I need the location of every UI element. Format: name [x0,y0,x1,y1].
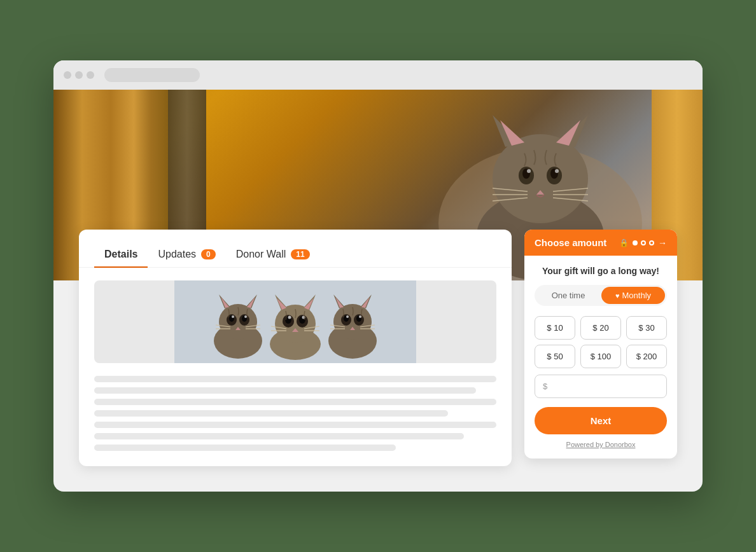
step-dot-2 [641,240,646,245]
monthly-button[interactable]: ♥ Monthly [601,287,665,304]
currency-symbol: $ [543,382,547,391]
browser-window: Details Updates 0 Donor Wall 11 [53,60,703,492]
browser-dot-red [64,71,71,79]
powered-by: Powered by Donorbox [535,441,667,448]
lock-icon: 🔒 [619,238,629,247]
custom-amount-input[interactable] [550,382,659,391]
amount-grid: $ 10 $ 20 $ 30 $ 50 $ 100 $ 20 [535,316,667,368]
campaign-card: Details Updates 0 Donor Wall 11 [79,230,512,466]
step-arrow-icon: → [658,238,667,248]
widget-header: Choose amount 🔒 → [524,230,677,256]
widget-header-icons: 🔒 → [619,238,667,248]
text-line-1 [94,376,496,382]
svg-point-48 [288,316,291,319]
svg-point-12 [555,169,559,173]
browser-dot-green [87,71,94,79]
custom-amount-wrapper[interactable]: $ [535,375,667,398]
next-button[interactable]: Next [535,407,667,434]
tab-details[interactable]: Details [94,242,148,268]
step-dot-3 [649,240,654,245]
text-lines [94,376,496,451]
amount-button-100[interactable]: $ 100 [580,345,621,368]
browser-dots [64,71,94,79]
one-time-button[interactable]: One time [536,287,600,304]
amount-button-200[interactable]: $ 200 [626,345,667,368]
content-area: Details Updates 0 Donor Wall 11 [53,230,703,492]
card-body [79,268,512,466]
text-line-5 [94,422,496,428]
amount-button-50[interactable]: $ 50 [535,345,575,368]
frequency-toggle: One time ♥ Monthly [535,285,667,306]
amount-button-30[interactable]: $ 30 [626,316,667,340]
svg-point-32 [244,315,247,318]
step-dot-1 [633,240,638,245]
widget-header-title: Choose amount [535,237,606,248]
browser-bar [53,60,703,90]
tab-updates[interactable]: Updates 0 [148,242,225,268]
kittens-illustration [94,280,496,363]
donation-widget: Choose amount 🔒 → Your gift will go a lo… [524,230,677,459]
powered-by-link[interactable]: Powered by Donorbox [566,441,636,448]
svg-point-66 [359,315,361,318]
amount-button-20[interactable]: $ 20 [580,316,621,340]
svg-point-11 [527,169,531,173]
step-dots [633,240,654,245]
text-line-4 [94,410,448,417]
tab-donor-wall[interactable]: Donor Wall 11 [226,242,320,268]
text-line-7 [94,445,396,451]
browser-dot-yellow [75,71,83,79]
widget-body: Your gift will go a long way! One time ♥… [524,256,677,459]
heart-icon: ♥ [615,292,620,300]
address-bar[interactable] [104,68,200,82]
tabs-container: Details Updates 0 Donor Wall 11 [79,230,512,268]
amount-button-10[interactable]: $ 10 [535,316,575,340]
svg-point-31 [232,315,234,318]
campaign-image [94,280,496,363]
gift-message: Your gift will go a long way! [535,266,667,276]
text-line-3 [94,399,496,405]
donor-wall-badge: 11 [291,249,309,259]
svg-point-2 [493,134,588,223]
text-line-6 [94,433,464,439]
svg-point-65 [346,315,349,318]
text-line-2 [94,387,476,394]
updates-badge: 0 [201,249,216,259]
